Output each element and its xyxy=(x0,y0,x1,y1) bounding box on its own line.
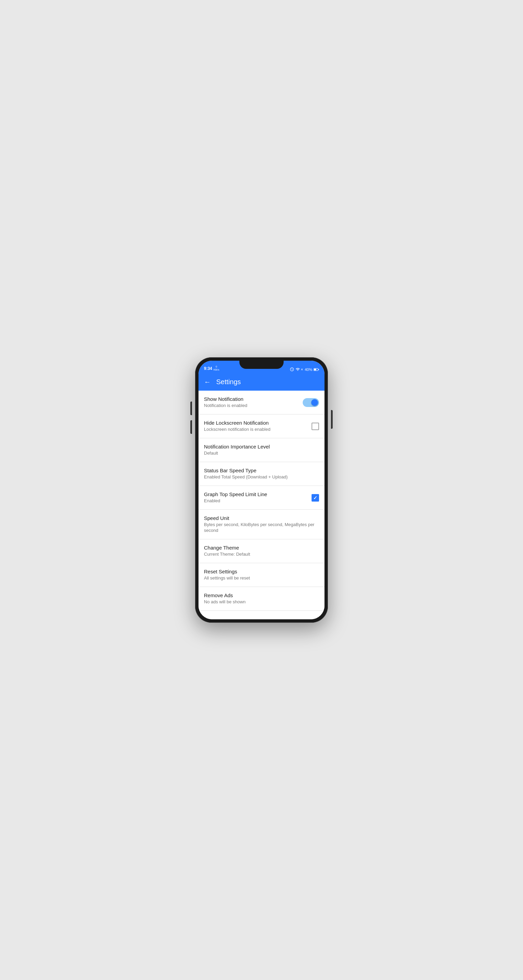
svg-rect-1 xyxy=(314,369,316,370)
setting-change-theme-title: Change Theme xyxy=(204,545,315,550)
status-right: ✕ 40% xyxy=(290,367,319,372)
setting-show-notification-text: Show Notification Notification is enable… xyxy=(204,396,303,409)
setting-remove-ads[interactable]: Remove Ads No ads will be shown xyxy=(199,587,324,611)
setting-hide-lockscreen-text: Hide Lockscreen Notification Lockscreen … xyxy=(204,420,311,433)
setting-status-bar-speed-text: Status Bar Speed Type Enabled Total Spee… xyxy=(204,468,319,480)
volume-up-button xyxy=(190,401,192,415)
signal-x: ✕ xyxy=(301,368,303,371)
setting-notification-importance[interactable]: Notification Importance Level Default xyxy=(199,438,324,462)
battery-percent: 40% xyxy=(305,368,312,372)
setting-show-notification[interactable]: Show Notification Notification is enable… xyxy=(199,391,324,414)
status-left: 9:34 0KB/s xyxy=(204,366,219,372)
setting-hide-lockscreen-subtitle: Lockscreen notification is enabled xyxy=(204,427,308,433)
svg-rect-2 xyxy=(318,369,319,370)
setting-remove-ads-title: Remove Ads xyxy=(204,592,315,598)
battery-icon xyxy=(314,368,319,371)
setting-status-bar-speed[interactable]: Status Bar Speed Type Enabled Total Spee… xyxy=(199,462,324,486)
setting-status-bar-speed-subtitle: Enabled Total Speed (Download + Upload) xyxy=(204,474,315,480)
status-time: 9:34 xyxy=(204,366,212,371)
setting-speed-unit-text: Speed Unit Bytes per second, KiloBytes p… xyxy=(204,515,319,533)
show-notification-toggle[interactable] xyxy=(303,398,319,407)
volume-down-button xyxy=(190,420,192,434)
power-button xyxy=(331,410,333,429)
app-bar-title: Settings xyxy=(216,378,241,386)
status-bar: 9:34 0KB/s ✕ 40% xyxy=(199,361,324,373)
setting-graph-speed-limit-subtitle: Enabled xyxy=(204,498,308,504)
setting-notification-importance-text: Notification Importance Level Default xyxy=(204,444,319,456)
setting-reset-settings-text: Reset Settings All settings will be rese… xyxy=(204,569,319,581)
setting-hide-lockscreen-title: Hide Lockscreen Notification xyxy=(204,420,308,426)
phone-device: 9:34 0KB/s ✕ 40% xyxy=(195,357,328,623)
graph-speed-limit-checkbox[interactable] xyxy=(311,494,319,501)
setting-speed-unit[interactable]: Speed Unit Bytes per second, KiloBytes p… xyxy=(199,510,324,539)
setting-status-bar-speed-title: Status Bar Speed Type xyxy=(204,468,315,473)
setting-remove-ads-subtitle: No ads will be shown xyxy=(204,599,315,605)
setting-speed-unit-subtitle: Bytes per second, KiloBytes per second, … xyxy=(204,522,315,533)
signal-icon xyxy=(295,367,300,372)
toggle-slider-show-notification xyxy=(303,398,319,407)
setting-show-notification-subtitle: Notification is enabled xyxy=(204,403,299,409)
setting-reset-settings-subtitle: All settings will be reset xyxy=(204,576,315,581)
hide-lockscreen-checkbox[interactable] xyxy=(311,423,319,430)
setting-graph-speed-limit-title: Graph Top Speed Limit Line xyxy=(204,492,308,497)
setting-reset-settings-title: Reset Settings xyxy=(204,569,315,574)
phone-screen: 9:34 0KB/s ✕ 40% xyxy=(199,361,324,619)
setting-notification-importance-title: Notification Importance Level xyxy=(204,444,315,450)
setting-reset-settings[interactable]: Reset Settings All settings will be rese… xyxy=(199,563,324,587)
status-network-speed: 0KB/s xyxy=(214,366,219,372)
setting-change-theme-text: Change Theme Current Theme: Default xyxy=(204,545,319,557)
setting-show-notification-title: Show Notification xyxy=(204,396,299,402)
settings-list: Show Notification Notification is enable… xyxy=(199,391,324,619)
back-button[interactable]: ← xyxy=(204,378,211,386)
setting-speed-unit-title: Speed Unit xyxy=(204,515,315,521)
alarm-icon xyxy=(290,367,294,372)
setting-hide-lockscreen[interactable]: Hide Lockscreen Notification Lockscreen … xyxy=(199,414,324,438)
app-bar: ← Settings xyxy=(199,373,324,391)
setting-notification-importance-subtitle: Default xyxy=(204,450,315,456)
setting-remove-ads-text: Remove Ads No ads will be shown xyxy=(204,592,319,605)
notch xyxy=(239,361,284,369)
setting-graph-speed-limit-text: Graph Top Speed Limit Line Enabled xyxy=(204,492,311,504)
setting-change-theme-subtitle: Current Theme: Default xyxy=(204,552,315,557)
setting-graph-speed-limit[interactable]: Graph Top Speed Limit Line Enabled xyxy=(199,486,324,510)
setting-change-theme[interactable]: Change Theme Current Theme: Default xyxy=(199,539,324,563)
